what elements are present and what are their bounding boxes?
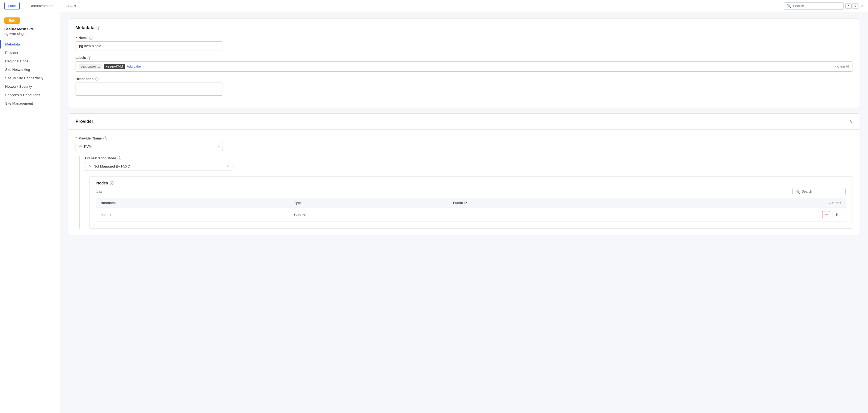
name-info-icon: i — [89, 36, 93, 40]
edit-node-button[interactable]: ✏ — [822, 211, 830, 218]
nodes-title: Nodes i — [96, 181, 114, 185]
clear-all-button[interactable]: × Clear All — [834, 65, 849, 68]
orchestration-select[interactable]: ⟳ Not Managed By F5XC ∨ — [85, 162, 232, 171]
chevron-down-icon: ∨ — [217, 145, 219, 148]
actions-cell: ✏ 🗑 — [631, 211, 841, 218]
table-row: node-1 Control ✏ 🗑 — [96, 208, 846, 222]
orchestration-field-group: Orchestration Mode i ⟳ Not Managed By F5… — [85, 157, 852, 171]
provider-title: Provider — [75, 119, 93, 124]
provider-inner: Orchestration Mode i ⟳ Not Managed By F5… — [79, 157, 852, 229]
sidebar-item-regional-edge[interactable]: Regional Edge — [0, 57, 60, 65]
nodes-search-icon: 🔍 — [796, 190, 800, 194]
close-icon: × — [834, 65, 836, 68]
sidebar-item-site-management[interactable]: Site Management — [0, 99, 60, 108]
sidebar-nav: Metadata Provider Regional Edge Site Net… — [0, 40, 60, 108]
nodes-count-row: 1 item 🔍 — [96, 188, 846, 195]
orchestration-select-icon: ⟳ — [89, 165, 91, 168]
cell-hostname: node-1 — [96, 208, 290, 222]
topbar: Form Documentation JSON 🔍 ∧ ∨ × — [0, 0, 868, 12]
sidebar-item-provider[interactable]: Provider — [0, 48, 60, 57]
main-content: Metadata i * Name i Labels i — [60, 12, 868, 413]
orchestration-chevron-icon: ∨ — [227, 165, 229, 168]
nodes-table-body: node-1 Control ✏ 🗑 — [96, 208, 846, 222]
cell-actions: ✏ 🗑 — [626, 208, 846, 222]
sidebar-site-name: pg-kvm-single — [0, 32, 60, 40]
provider-name-select[interactable]: ⟳ KVM ∨ — [75, 142, 223, 151]
col-type: Type — [290, 198, 448, 208]
label-tag-2: ves-io-KVM — [104, 64, 125, 69]
sidebar-site-type: Secure Mesh Site — [0, 27, 60, 32]
provider-value: KVM — [84, 144, 92, 148]
provider-section: Provider ∧ * Provider Name i ⟳ KVM — [69, 113, 859, 235]
sidebar-item-site-networking[interactable]: Site Networking — [0, 65, 60, 74]
sidebar-item-services-resources[interactable]: Services & Resources — [0, 91, 60, 99]
metadata-title: Metadata i — [75, 25, 852, 30]
labels-label: Labels i — [75, 56, 852, 60]
sidebar-item-metadata[interactable]: Metadata — [0, 40, 60, 48]
topbar-search[interactable]: 🔍 — [784, 2, 844, 9]
tab-json[interactable]: JSON — [63, 2, 80, 9]
description-input[interactable] — [75, 82, 223, 96]
nodes-count: 1 item — [96, 190, 105, 194]
topbar-nav-buttons: ∧ ∨ — [845, 3, 859, 9]
col-hostname: Hostname — [96, 198, 290, 208]
provider-name-label: * Provider Name i — [75, 136, 852, 140]
close-button[interactable]: × — [861, 4, 864, 8]
metadata-section: Metadata i * Name i Labels i — [69, 19, 859, 108]
cell-public-ip — [449, 208, 627, 222]
labels-info-icon: i — [88, 56, 91, 60]
orchestration-value: Not Managed By F5XC — [94, 164, 130, 168]
nodes-section: Nodes i 1 item 🔍 — [90, 176, 852, 228]
tab-form[interactable]: Form — [4, 2, 20, 10]
description-label: Description i — [75, 77, 852, 81]
col-actions: Actions — [626, 198, 846, 208]
provider-body: * Provider Name i ⟳ KVM ∨ — [69, 130, 859, 235]
name-input[interactable] — [75, 41, 223, 50]
description-info-icon: i — [95, 77, 99, 81]
labels-container[interactable]: ves.io/provi... ves-io-KVM Add Label × C… — [75, 61, 852, 72]
description-field-group: Description i — [75, 77, 852, 96]
labels-field-group: Labels i ves.io/provi... ves-io-KVM Add … — [75, 56, 852, 72]
sidebar: Edit Secure Mesh Site pg-kvm-single Meta… — [0, 12, 60, 413]
nodes-table-header: Hostname Type Public IP Actions — [96, 198, 846, 208]
metadata-info-icon: i — [97, 26, 100, 30]
nodes-info-icon: i — [110, 181, 114, 185]
search-icon: 🔍 — [787, 4, 792, 8]
main-layout: Edit Secure Mesh Site pg-kvm-single Meta… — [0, 12, 868, 413]
provider-name-info-icon: i — [103, 136, 107, 140]
orchestration-label: Orchestration Mode i — [85, 157, 852, 160]
provider-name-field-group: * Provider Name i ⟳ KVM ∨ — [75, 136, 852, 151]
sidebar-item-network-security[interactable]: Network Security — [0, 82, 60, 91]
orchestration-info-icon: i — [118, 157, 121, 160]
cell-type: Control — [290, 208, 448, 222]
nodes-card: Nodes i 1 item 🔍 — [90, 176, 852, 229]
name-field-group: * Name i — [75, 36, 852, 50]
nodes-search-input[interactable] — [802, 190, 843, 194]
collapse-button[interactable]: ∧ — [849, 118, 852, 125]
nav-up-button[interactable]: ∧ — [845, 3, 851, 9]
tab-documentation[interactable]: Documentation — [26, 2, 57, 9]
nodes-header: Nodes i — [96, 181, 846, 185]
edit-button[interactable]: Edit — [4, 18, 20, 24]
add-label-link[interactable]: Add Label — [127, 65, 142, 68]
nodes-table: Hostname Type Public IP Actions node-1 — [96, 198, 846, 222]
nav-down-button[interactable]: ∨ — [852, 3, 859, 9]
nodes-search[interactable]: 🔍 — [793, 188, 846, 195]
name-label: * Name i — [75, 36, 852, 40]
metadata-body: Metadata i * Name i Labels i — [69, 19, 859, 108]
delete-node-button[interactable]: 🗑 — [833, 211, 841, 218]
provider-section-header: Provider ∧ — [69, 114, 859, 130]
search-input[interactable] — [793, 4, 841, 8]
sidebar-item-site-to-site[interactable]: Site To Site Connectivity — [0, 74, 60, 82]
label-tag-1: ves.io/provi... — [79, 64, 102, 69]
provider-select-icon: ⟳ — [79, 145, 82, 148]
col-public-ip: Public IP — [449, 198, 627, 208]
